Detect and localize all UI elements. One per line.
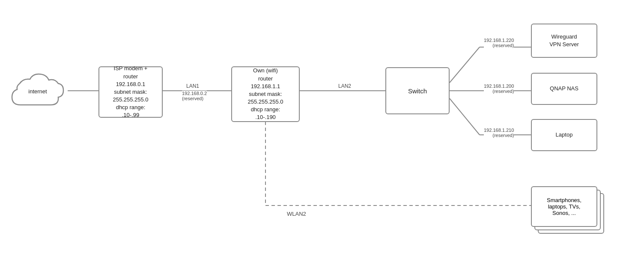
- isp-modem-dhcp: dhcp range: .10-.99: [113, 104, 148, 119]
- laptop-node: Laptop: [531, 119, 597, 151]
- switch-label: Switch: [408, 86, 427, 95]
- svg-line-3: [450, 47, 480, 83]
- switch-node: Switch: [385, 67, 450, 114]
- isp-modem-ip: 192.168.0.1: [113, 80, 148, 88]
- isp-modem-title: ISP modem + router: [113, 65, 148, 80]
- smartphones-card-front: Smartphones, laptops, TVs, Sonos, ...: [531, 186, 597, 227]
- own-router-content: Own (wifi) router 192.168.1.1 subnet mas…: [243, 63, 287, 125]
- svg-line-6: [450, 98, 480, 135]
- lan1-label: LAN1: [186, 83, 199, 89]
- smartphones-label: Smartphones, laptops, TVs, Sonos, ...: [547, 197, 581, 216]
- laptop-content: Laptop: [552, 128, 577, 142]
- wireguard-node: Wireguard VPN Server: [531, 24, 597, 58]
- smartphones-node: Smartphones, laptops, TVs, Sonos, ...: [531, 186, 604, 234]
- wireguard-label: Wireguard VPN Server: [549, 33, 579, 48]
- isp-modem-node: ISP modem + router 192.168.0.1 subnet ma…: [98, 66, 163, 118]
- own-router-title: Own (wifi) router: [247, 67, 283, 82]
- lan1-ip-label: 192.168.0.2 (reserved): [182, 91, 207, 101]
- qnap-ip-label: 192.168.1.200 (reserved): [484, 83, 514, 94]
- qnap-content: QNAP NAS: [546, 81, 583, 96]
- qnap-node: QNAP NAS: [531, 73, 597, 105]
- isp-modem-subnet: subnet mask: 255.255.255.0: [113, 88, 148, 104]
- laptop-label: Laptop: [556, 131, 573, 139]
- internet-node: internet: [8, 66, 68, 116]
- own-router-dhcp: dhcp range: .10-.190: [247, 106, 283, 121]
- own-router-node: Own (wifi) router 192.168.1.1 subnet mas…: [231, 66, 300, 122]
- own-router-subnet: subnet mask: 255.255.255.0: [247, 90, 283, 106]
- wlan2-label: WLAN2: [287, 211, 306, 217]
- wireguard-content: Wireguard VPN Server: [545, 30, 583, 52]
- lan2-label: LAN2: [338, 83, 351, 89]
- switch-content: Switch: [404, 83, 431, 99]
- qnap-label: QNAP NAS: [550, 85, 578, 92]
- own-router-ip: 192.168.1.1: [247, 83, 283, 90]
- laptop-ip-label: 192.168.1.210 (reserved): [484, 128, 514, 138]
- isp-modem-content: ISP modem + router 192.168.0.1 subnet ma…: [108, 61, 152, 122]
- wireguard-ip-label: 192.168.1.220 (reserved): [484, 38, 514, 48]
- network-diagram: internet ISP modem + router 192.168.0.1 …: [0, 0, 644, 262]
- internet-label: internet: [8, 88, 68, 94]
